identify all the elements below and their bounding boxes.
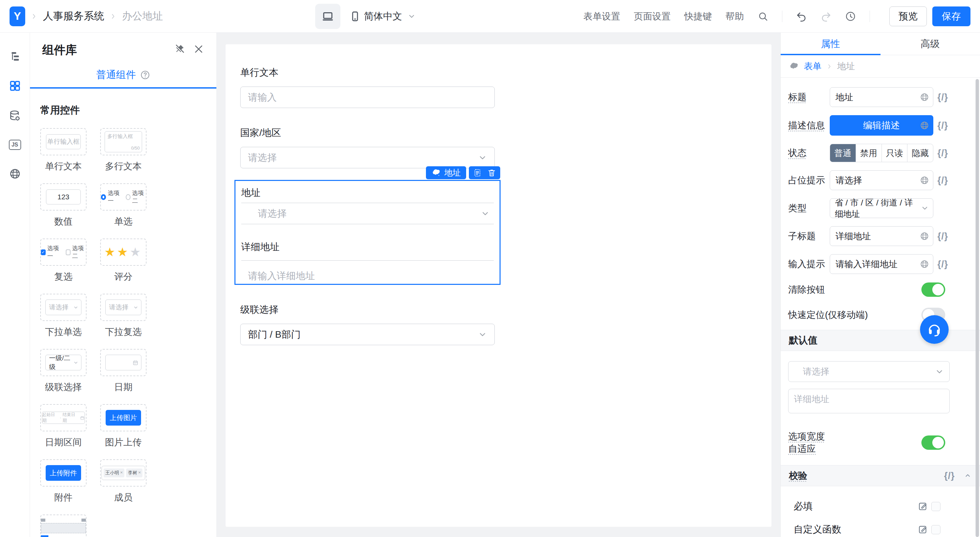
- default-region-select[interactable]: 请选择: [788, 361, 950, 382]
- default-detail-textarea[interactable]: 详细地址: [788, 389, 950, 413]
- search-icon[interactable]: [757, 11, 768, 22]
- subtitle-input[interactable]: 详细地址: [830, 226, 933, 246]
- edit-description-button[interactable]: 编辑描述: [830, 115, 933, 136]
- chevron-down-icon: [73, 360, 78, 365]
- inspector-breadcrumb: 表单 地址: [781, 55, 980, 78]
- formula-button[interactable]: {/}: [937, 120, 948, 131]
- component-date[interactable]: 日期: [100, 349, 146, 393]
- mini-input-preview: 单行输入框: [46, 134, 81, 149]
- outline-tree-icon[interactable]: [9, 51, 21, 62]
- country-select[interactable]: 请选择: [240, 147, 495, 168]
- globe-icon[interactable]: [920, 259, 929, 269]
- component-subform[interactable]: 子表单: [40, 515, 87, 537]
- component-multi-line-text[interactable]: 多行输入框0/50 多行文本: [100, 128, 146, 172]
- cascade-select[interactable]: 部门 / B部门: [240, 324, 495, 345]
- status-option-disabled[interactable]: 禁用: [856, 144, 881, 162]
- input-tip-input[interactable]: 请输入详细地址: [830, 254, 933, 274]
- clear-button-toggle[interactable]: [921, 283, 945, 297]
- tab-common-components[interactable]: 普通组件: [96, 68, 136, 82]
- component-date-range[interactable]: 起始日期 · 结束日期 日期区间: [40, 404, 87, 448]
- formula-button[interactable]: {/}: [937, 148, 948, 159]
- menu-page-settings[interactable]: 页面设置: [634, 10, 671, 22]
- component-attachment[interactable]: 上传附件 附件: [40, 459, 87, 504]
- app-logo[interactable]: Y: [10, 6, 25, 26]
- status-option-readonly[interactable]: 只读: [881, 144, 907, 162]
- component-number[interactable]: 123 数值: [40, 183, 87, 227]
- history-icon[interactable]: [845, 11, 856, 22]
- badge-label: 地址: [444, 167, 461, 178]
- title-input[interactable]: 地址: [830, 87, 933, 107]
- globe-icon[interactable]: [920, 175, 929, 185]
- formula-button[interactable]: {/}: [944, 470, 955, 481]
- validation-section-header: 校验 {/}: [781, 465, 980, 486]
- required-checkbox[interactable]: [931, 502, 940, 511]
- chevron-down-icon: [133, 305, 138, 310]
- globe-icon[interactable]: [920, 121, 929, 130]
- help-circle-icon[interactable]: [140, 70, 150, 80]
- canvas-field-address-selected[interactable]: 地址 请选择 详细地址 请输入详细地址: [234, 180, 501, 285]
- data-source-icon[interactable]: [9, 110, 21, 122]
- breadcrumb-form[interactable]: 表单: [804, 60, 822, 72]
- canvas-field-cascade[interactable]: 级联选择 部门 / B部门: [240, 303, 772, 345]
- collapse-icon[interactable]: [964, 472, 972, 480]
- star-icon: ★: [104, 245, 117, 259]
- customer-service-button[interactable]: [920, 315, 949, 344]
- close-icon[interactable]: [193, 44, 204, 54]
- component-cascade-select[interactable]: 一级/二级 级联选择: [40, 349, 87, 393]
- text-input[interactable]: 请输入: [240, 87, 495, 108]
- component-radio[interactable]: 选项一 选项二 单选: [100, 183, 146, 227]
- tab-properties[interactable]: 属性: [781, 33, 880, 55]
- component-checkbox[interactable]: ✓选项一 选项二 复选: [40, 238, 87, 283]
- language-selector[interactable]: 简体中文: [364, 0, 416, 33]
- calendar-icon: [80, 416, 84, 420]
- formula-button[interactable]: {/}: [937, 175, 948, 186]
- copy-component-icon[interactable]: [473, 168, 482, 177]
- custom-function-checkbox[interactable]: [931, 525, 940, 534]
- input-tip-label: 输入提示: [788, 258, 830, 270]
- globe-icon[interactable]: [920, 92, 929, 102]
- component-image-upload[interactable]: 上传图片 图片上传: [100, 404, 146, 448]
- scrollbar[interactable]: [975, 79, 979, 537]
- placeholder-input[interactable]: 请选择: [830, 170, 933, 190]
- delete-component-icon[interactable]: [487, 168, 496, 177]
- edit-icon[interactable]: [918, 501, 928, 512]
- field-label: 国家/地区: [240, 126, 772, 139]
- canvas-field-single-line-text[interactable]: 单行文本 请输入: [240, 66, 772, 108]
- logo-letter: Y: [14, 10, 21, 22]
- menu-shortcuts[interactable]: 快捷键: [684, 10, 712, 22]
- save-button[interactable]: 保存: [932, 6, 970, 26]
- address-region-select[interactable]: 请选择: [241, 203, 494, 224]
- js-panel-icon[interactable]: JS: [9, 140, 21, 150]
- tab-advanced[interactable]: 高级: [880, 33, 980, 55]
- star-icon: ★: [130, 245, 142, 259]
- desktop-view-button[interactable]: [315, 4, 340, 29]
- type-select[interactable]: 省 / 市 / 区 / 街道 / 详细地址: [830, 198, 933, 218]
- globe-icon[interactable]: [9, 168, 21, 180]
- component-rating[interactable]: ★★★ 评分: [100, 238, 146, 283]
- components-grid-icon[interactable]: [9, 80, 21, 92]
- formula-button[interactable]: {/}: [937, 259, 948, 270]
- edit-icon[interactable]: [918, 524, 928, 535]
- component-single-line-text[interactable]: 单行输入框 单行文本: [40, 128, 87, 172]
- formula-button[interactable]: {/}: [937, 231, 948, 241]
- menu-help[interactable]: 帮助: [725, 10, 744, 22]
- component-dropdown-multi[interactable]: 请选择 下拉复选: [100, 294, 146, 338]
- selected-component-badge: 地址: [426, 166, 466, 179]
- globe-icon[interactable]: [920, 231, 929, 241]
- property-inspector-panel: 属性 高级 表单 地址 标题 地址 {/}: [780, 33, 980, 537]
- address-detail-input[interactable]: 请输入详细地址: [241, 260, 494, 283]
- menu-form-settings[interactable]: 表单设置: [583, 10, 620, 22]
- unpin-icon[interactable]: [174, 44, 185, 54]
- undo-icon[interactable]: [796, 11, 807, 22]
- left-rail: JS: [0, 33, 30, 537]
- option-width-toggle[interactable]: [921, 435, 945, 450]
- status-option-hidden[interactable]: 隐藏: [907, 144, 933, 162]
- component-member[interactable]: 王小明× 李树× 成员: [100, 459, 146, 504]
- canvas-field-country[interactable]: 国家/地区 请选择: [240, 126, 772, 168]
- formula-button[interactable]: {/}: [937, 92, 948, 103]
- status-option-normal[interactable]: 普通: [830, 144, 856, 162]
- component-dropdown-single[interactable]: 请选择 下拉单选: [40, 294, 87, 338]
- description-label: 描述信息: [788, 119, 830, 132]
- preview-button[interactable]: 预览: [889, 6, 927, 26]
- breadcrumb-app[interactable]: 人事服务系统: [43, 9, 104, 23]
